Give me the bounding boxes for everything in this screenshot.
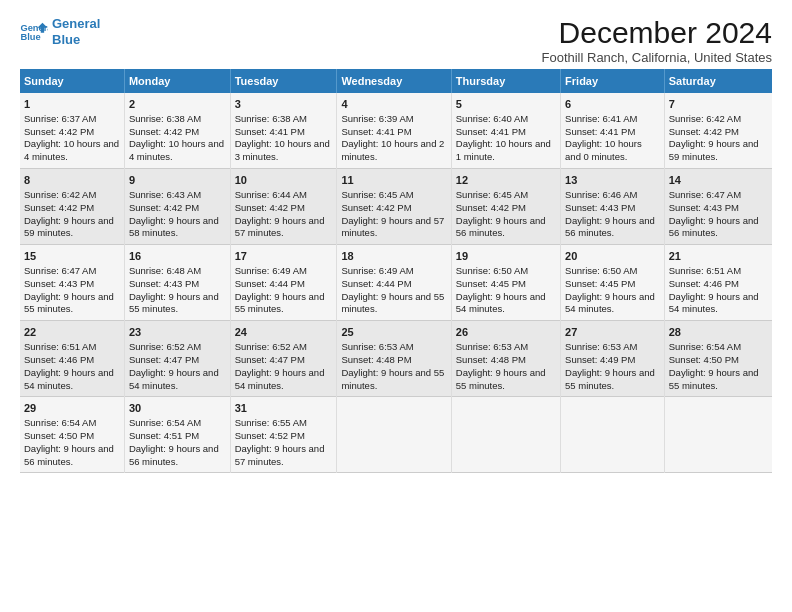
calendar-cell: 19Sunrise: 6:50 AMSunset: 4:45 PMDayligh… [451,245,560,321]
sunrise: Sunrise: 6:49 AM [341,265,413,276]
day-number: 5 [456,97,556,112]
calendar-cell: 20Sunrise: 6:50 AMSunset: 4:45 PMDayligh… [561,245,665,321]
sunrise: Sunrise: 6:38 AM [129,113,201,124]
day-number: 20 [565,249,660,264]
daylight: Daylight: 9 hours and 57 minutes. [341,215,444,239]
col-thursday: Thursday [451,69,560,93]
subtitle: Foothill Ranch, California, United State… [541,50,772,65]
sunrise: Sunrise: 6:54 AM [24,417,96,428]
sunrise: Sunrise: 6:49 AM [235,265,307,276]
sunrise: Sunrise: 6:51 AM [24,341,96,352]
day-number: 31 [235,401,333,416]
calendar-cell: 31Sunrise: 6:55 AMSunset: 4:52 PMDayligh… [230,397,337,473]
sunset: Sunset: 4:43 PM [669,202,739,213]
sunset: Sunset: 4:47 PM [129,354,199,365]
sunset: Sunset: 4:41 PM [235,126,305,137]
calendar-cell [664,397,772,473]
day-number: 7 [669,97,768,112]
day-number: 27 [565,325,660,340]
day-number: 6 [565,97,660,112]
daylight: Daylight: 10 hours and 1 minute. [456,138,551,162]
daylight: Daylight: 9 hours and 56 minutes. [129,443,219,467]
day-number: 29 [24,401,120,416]
day-number: 11 [341,173,446,188]
col-sunday: Sunday [20,69,124,93]
calendar-cell: 25Sunrise: 6:53 AMSunset: 4:48 PMDayligh… [337,321,451,397]
day-number: 3 [235,97,333,112]
calendar-cell: 4Sunrise: 6:39 AMSunset: 4:41 PMDaylight… [337,93,451,169]
daylight: Daylight: 9 hours and 55 minutes. [456,367,546,391]
calendar-cell: 28Sunrise: 6:54 AMSunset: 4:50 PMDayligh… [664,321,772,397]
sunrise: Sunrise: 6:50 AM [565,265,637,276]
day-number: 10 [235,173,333,188]
page-container: General Blue General Blue December 2024 … [0,0,792,483]
sunset: Sunset: 4:42 PM [129,126,199,137]
daylight: Daylight: 10 hours and 4 minutes. [24,138,119,162]
daylight: Daylight: 10 hours and 0 minutes. [565,138,642,162]
col-tuesday: Tuesday [230,69,337,93]
col-friday: Friday [561,69,665,93]
calendar-cell: 22Sunrise: 6:51 AMSunset: 4:46 PMDayligh… [20,321,124,397]
calendar-cell: 21Sunrise: 6:51 AMSunset: 4:46 PMDayligh… [664,245,772,321]
sunrise: Sunrise: 6:53 AM [565,341,637,352]
daylight: Daylight: 10 hours and 4 minutes. [129,138,224,162]
calendar-cell: 10Sunrise: 6:44 AMSunset: 4:42 PMDayligh… [230,169,337,245]
col-monday: Monday [124,69,230,93]
col-wednesday: Wednesday [337,69,451,93]
day-number: 18 [341,249,446,264]
daylight: Daylight: 9 hours and 55 minutes. [341,367,444,391]
calendar-cell: 18Sunrise: 6:49 AMSunset: 4:44 PMDayligh… [337,245,451,321]
sunrise: Sunrise: 6:48 AM [129,265,201,276]
sunrise: Sunrise: 6:42 AM [669,113,741,124]
sunrise: Sunrise: 6:54 AM [129,417,201,428]
calendar-cell: 2Sunrise: 6:38 AMSunset: 4:42 PMDaylight… [124,93,230,169]
daylight: Daylight: 9 hours and 54 minutes. [235,367,325,391]
calendar-cell: 15Sunrise: 6:47 AMSunset: 4:43 PMDayligh… [20,245,124,321]
sunset: Sunset: 4:41 PM [341,126,411,137]
sunrise: Sunrise: 6:44 AM [235,189,307,200]
sunset: Sunset: 4:42 PM [24,126,94,137]
svg-text:Blue: Blue [20,32,40,42]
sunrise: Sunrise: 6:38 AM [235,113,307,124]
sunrise: Sunrise: 6:39 AM [341,113,413,124]
day-number: 22 [24,325,120,340]
calendar-table: Sunday Monday Tuesday Wednesday Thursday… [20,69,772,473]
daylight: Daylight: 9 hours and 56 minutes. [456,215,546,239]
daylight: Daylight: 9 hours and 55 minutes. [24,291,114,315]
day-number: 26 [456,325,556,340]
sunset: Sunset: 4:43 PM [129,278,199,289]
logo-text: General Blue [52,16,100,47]
sunset: Sunset: 4:41 PM [456,126,526,137]
day-number: 4 [341,97,446,112]
sunrise: Sunrise: 6:47 AM [24,265,96,276]
calendar-cell: 6Sunrise: 6:41 AMSunset: 4:41 PMDaylight… [561,93,665,169]
day-number: 2 [129,97,226,112]
daylight: Daylight: 9 hours and 59 minutes. [24,215,114,239]
table-row: 1Sunrise: 6:37 AMSunset: 4:42 PMDaylight… [20,93,772,169]
daylight: Daylight: 10 hours and 3 minutes. [235,138,330,162]
calendar-cell: 23Sunrise: 6:52 AMSunset: 4:47 PMDayligh… [124,321,230,397]
daylight: Daylight: 9 hours and 57 minutes. [235,443,325,467]
main-title: December 2024 [541,16,772,50]
sunrise: Sunrise: 6:52 AM [235,341,307,352]
calendar-cell: 13Sunrise: 6:46 AMSunset: 4:43 PMDayligh… [561,169,665,245]
day-number: 13 [565,173,660,188]
sunset: Sunset: 4:48 PM [456,354,526,365]
sunrise: Sunrise: 6:37 AM [24,113,96,124]
sunset: Sunset: 4:44 PM [341,278,411,289]
day-number: 28 [669,325,768,340]
calendar-cell [451,397,560,473]
calendar-cell: 17Sunrise: 6:49 AMSunset: 4:44 PMDayligh… [230,245,337,321]
logo: General Blue General Blue [20,16,100,47]
sunset: Sunset: 4:46 PM [669,278,739,289]
sunset: Sunset: 4:42 PM [456,202,526,213]
table-row: 15Sunrise: 6:47 AMSunset: 4:43 PMDayligh… [20,245,772,321]
daylight: Daylight: 9 hours and 56 minutes. [24,443,114,467]
col-saturday: Saturday [664,69,772,93]
sunrise: Sunrise: 6:53 AM [341,341,413,352]
sunset: Sunset: 4:43 PM [565,202,635,213]
sunset: Sunset: 4:50 PM [669,354,739,365]
sunrise: Sunrise: 6:40 AM [456,113,528,124]
daylight: Daylight: 9 hours and 55 minutes. [129,291,219,315]
sunrise: Sunrise: 6:51 AM [669,265,741,276]
